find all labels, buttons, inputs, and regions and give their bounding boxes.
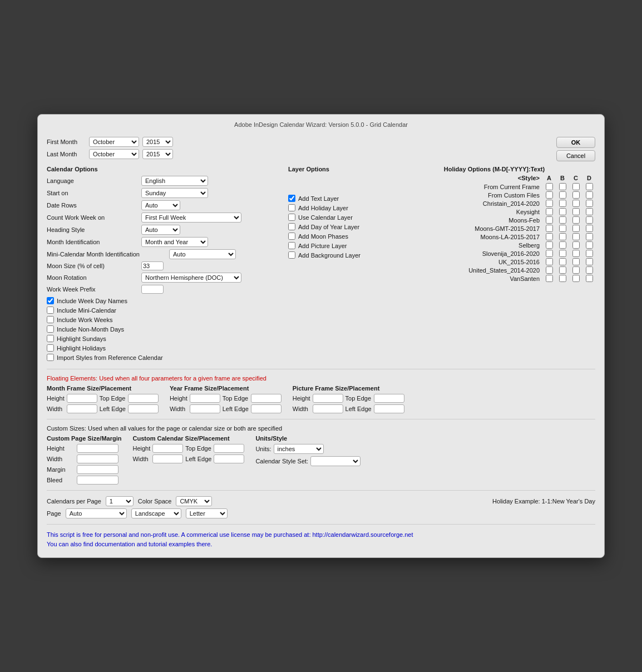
- custom-page-height-input[interactable]: [77, 444, 118, 453]
- moons-gmt-b-checkbox[interactable]: [572, 225, 580, 232]
- orientation-select[interactable]: Landscape: [131, 508, 181, 518]
- moon-rotation-select[interactable]: Northern Hemisphere (DOC): [141, 273, 241, 283]
- keysight-b-checkbox[interactable]: [572, 208, 580, 215]
- from-current-b-checkbox[interactable]: [572, 183, 580, 190]
- christain-b-checkbox[interactable]: [572, 200, 580, 207]
- add-day-of-year-checkbox[interactable]: [288, 223, 295, 230]
- moons-feb-a-checkbox[interactable]: [559, 216, 566, 224]
- moons-la-b-checkbox[interactable]: [572, 233, 580, 240]
- moons-la-a-checkbox[interactable]: [559, 233, 566, 240]
- us-style-checkbox[interactable]: [546, 266, 553, 274]
- month-top-edge-input[interactable]: [128, 394, 159, 403]
- christain-c-checkbox[interactable]: [586, 200, 593, 207]
- vansanten-b-checkbox[interactable]: [572, 275, 580, 282]
- custom-cal-width-input[interactable]: [152, 454, 183, 463]
- last-month-select[interactable]: October: [89, 149, 139, 159]
- year-left-edge-input[interactable]: [251, 404, 282, 413]
- year-height-input[interactable]: [190, 394, 220, 403]
- from-custom-a-checkbox[interactable]: [559, 191, 566, 199]
- heading-style-select[interactable]: Auto: [141, 225, 180, 235]
- from-custom-b-checkbox[interactable]: [572, 191, 580, 199]
- picture-height-input[interactable]: [313, 394, 343, 403]
- month-width-input[interactable]: [67, 404, 97, 413]
- start-on-select[interactable]: Sunday: [141, 188, 208, 198]
- christain-style-checkbox[interactable]: [546, 200, 553, 207]
- us-b-checkbox[interactable]: [572, 266, 580, 274]
- add-moon-phases-checkbox[interactable]: [288, 233, 295, 240]
- moons-la-c-checkbox[interactable]: [586, 233, 593, 240]
- from-current-a-checkbox[interactable]: [559, 183, 566, 190]
- moons-gmt-style-checkbox[interactable]: [546, 225, 553, 232]
- moons-gmt-a-checkbox[interactable]: [559, 225, 566, 232]
- month-left-edge-input[interactable]: [128, 404, 159, 413]
- moons-feb-b-checkbox[interactable]: [572, 216, 580, 224]
- vansanten-style-checkbox[interactable]: [546, 275, 553, 282]
- include-mini-calendar-checkbox[interactable]: [47, 307, 54, 314]
- add-text-layer-checkbox[interactable]: [288, 195, 295, 202]
- custom-page-margin-input[interactable]: [77, 465, 118, 474]
- keysight-style-checkbox[interactable]: [546, 208, 553, 215]
- add-holiday-layer-checkbox[interactable]: [288, 204, 295, 211]
- slovenija-b-checkbox[interactable]: [572, 250, 580, 257]
- vansanten-a-checkbox[interactable]: [559, 275, 566, 282]
- moon-size-input[interactable]: [141, 261, 164, 270]
- picture-top-edge-input[interactable]: [374, 394, 404, 403]
- keysight-a-checkbox[interactable]: [559, 208, 566, 215]
- date-rows-select[interactable]: Auto: [141, 200, 180, 210]
- calendars-per-page-select[interactable]: 1: [106, 496, 134, 506]
- first-month-select[interactable]: October: [89, 137, 139, 147]
- moons-feb-style-checkbox[interactable]: [546, 216, 553, 224]
- color-space-select[interactable]: CMYK: [176, 496, 212, 506]
- cancel-button[interactable]: Cancel: [556, 150, 595, 161]
- count-work-week-select[interactable]: First Full Week: [141, 213, 241, 223]
- first-year-select[interactable]: 2015: [142, 137, 173, 147]
- us-a-checkbox[interactable]: [559, 266, 566, 274]
- uk-c-checkbox[interactable]: [586, 258, 593, 265]
- mini-cal-select[interactable]: Auto: [169, 249, 236, 259]
- selberg-a-checkbox[interactable]: [559, 241, 566, 249]
- add-background-layer-checkbox[interactable]: [288, 251, 295, 259]
- use-calendar-layer-checkbox[interactable]: [288, 214, 295, 221]
- moons-gmt-c-checkbox[interactable]: [586, 225, 593, 232]
- paper-select[interactable]: Letter: [186, 508, 228, 518]
- custom-page-width-input[interactable]: [77, 454, 118, 463]
- language-select[interactable]: English: [141, 176, 208, 186]
- include-week-day-names-checkbox[interactable]: [47, 297, 54, 304]
- include-work-weeks-checkbox[interactable]: [47, 316, 54, 323]
- custom-page-bleed-input[interactable]: [77, 476, 118, 485]
- custom-cal-left-edge-input[interactable]: [214, 454, 244, 463]
- month-height-input[interactable]: [67, 394, 97, 403]
- selberg-b-checkbox[interactable]: [572, 241, 580, 249]
- work-week-prefix-input[interactable]: [141, 285, 164, 294]
- highlight-sundays-checkbox[interactable]: [47, 335, 54, 342]
- year-width-input[interactable]: [190, 404, 220, 413]
- moons-feb-c-checkbox[interactable]: [586, 216, 593, 224]
- month-id-select[interactable]: Month and Year: [141, 237, 208, 247]
- slovenija-style-checkbox[interactable]: [546, 250, 553, 257]
- moons-la-style-checkbox[interactable]: [546, 233, 553, 240]
- us-c-checkbox[interactable]: [586, 266, 593, 274]
- christain-a-checkbox[interactable]: [559, 200, 566, 207]
- uk-style-checkbox[interactable]: [546, 258, 553, 265]
- year-top-edge-input[interactable]: [251, 394, 282, 403]
- custom-cal-top-edge-input[interactable]: [214, 444, 244, 453]
- import-styles-checkbox[interactable]: [47, 354, 54, 361]
- keysight-c-checkbox[interactable]: [586, 208, 593, 215]
- units-select[interactable]: inches: [274, 444, 324, 454]
- slovenija-c-checkbox[interactable]: [586, 250, 593, 257]
- style-set-select[interactable]: [310, 456, 360, 466]
- selberg-style-checkbox[interactable]: [546, 241, 553, 249]
- from-current-c-checkbox[interactable]: [586, 183, 593, 190]
- from-custom-c-checkbox[interactable]: [586, 191, 593, 199]
- uk-a-checkbox[interactable]: [559, 258, 566, 265]
- custom-cal-height-input[interactable]: [152, 444, 183, 453]
- uk-b-checkbox[interactable]: [572, 258, 580, 265]
- page-select[interactable]: Auto: [66, 508, 127, 518]
- picture-left-edge-input[interactable]: [374, 404, 404, 413]
- from-custom-style-checkbox[interactable]: [546, 191, 553, 199]
- selberg-c-checkbox[interactable]: [586, 241, 593, 249]
- picture-width-input[interactable]: [313, 404, 343, 413]
- add-picture-layer-checkbox[interactable]: [288, 242, 295, 249]
- include-non-month-days-checkbox[interactable]: [47, 325, 54, 333]
- last-year-select[interactable]: 2015: [142, 149, 173, 159]
